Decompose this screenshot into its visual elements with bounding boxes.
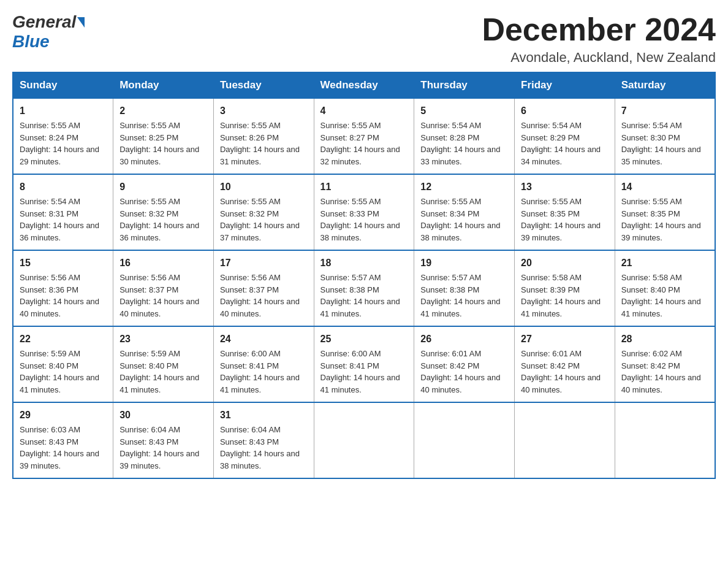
daylight-text: Daylight: 14 hours and 41 minutes. (320, 297, 400, 318)
calendar-week-row: 15Sunrise: 5:56 AMSunset: 8:36 PMDayligh… (13, 250, 715, 326)
sunrise-text: Sunrise: 6:02 AM (621, 349, 682, 358)
sunrise-text: Sunrise: 5:56 AM (20, 273, 80, 282)
sunset-text: Sunset: 8:43 PM (220, 437, 279, 446)
daylight-text: Daylight: 14 hours and 40 minutes. (521, 373, 601, 394)
sunset-text: Sunset: 8:38 PM (320, 285, 379, 294)
daylight-text: Daylight: 14 hours and 30 minutes. (119, 145, 199, 166)
sunrise-text: Sunrise: 5:55 AM (119, 121, 180, 130)
daylight-text: Daylight: 14 hours and 38 minutes. (420, 221, 500, 242)
calendar-cell: 5Sunrise: 5:54 AMSunset: 8:28 PMDaylight… (414, 98, 515, 174)
day-number: 24 (220, 332, 308, 347)
calendar-cell: 4Sunrise: 5:55 AMSunset: 8:27 PMDaylight… (314, 98, 414, 174)
day-number: 27 (521, 332, 609, 347)
daylight-text: Daylight: 14 hours and 39 minutes. (521, 221, 601, 242)
calendar-cell (314, 402, 414, 478)
column-header-friday: Friday (515, 72, 615, 98)
calendar-cell: 15Sunrise: 5:56 AMSunset: 8:36 PMDayligh… (13, 250, 113, 326)
day-number: 1 (20, 104, 107, 118)
daylight-text: Daylight: 14 hours and 38 minutes. (320, 221, 400, 242)
daylight-text: Daylight: 14 hours and 41 minutes. (20, 373, 99, 394)
calendar-cell: 18Sunrise: 5:57 AMSunset: 8:38 PMDayligh… (314, 250, 414, 326)
sunset-text: Sunset: 8:36 PM (20, 285, 78, 294)
day-number: 26 (420, 332, 508, 347)
calendar-cell: 17Sunrise: 5:56 AMSunset: 8:37 PMDayligh… (213, 250, 314, 326)
logo-general: General (12, 12, 76, 32)
sunrise-text: Sunrise: 5:55 AM (621, 197, 682, 206)
calendar-week-row: 1Sunrise: 5:55 AMSunset: 8:24 PMDaylight… (13, 98, 715, 174)
sunrise-text: Sunrise: 5:56 AM (119, 273, 180, 282)
daylight-text: Daylight: 14 hours and 33 minutes. (420, 145, 500, 166)
daylight-text: Daylight: 14 hours and 31 minutes. (220, 145, 300, 166)
day-number: 11 (320, 180, 408, 194)
day-number: 7 (621, 104, 708, 118)
logo: General Blue (12, 12, 85, 52)
column-header-wednesday: Wednesday (314, 72, 414, 98)
daylight-text: Daylight: 14 hours and 41 minutes. (119, 373, 199, 394)
calendar-week-row: 22Sunrise: 5:59 AMSunset: 8:40 PMDayligh… (13, 326, 715, 402)
calendar-cell: 23Sunrise: 5:59 AMSunset: 8:40 PMDayligh… (113, 326, 214, 402)
sunset-text: Sunset: 8:33 PM (320, 209, 379, 218)
daylight-text: Daylight: 14 hours and 40 minutes. (420, 373, 500, 394)
sunrise-text: Sunrise: 5:54 AM (420, 121, 481, 130)
sunrise-text: Sunrise: 5:55 AM (320, 121, 381, 130)
day-number: 19 (420, 256, 508, 270)
sunset-text: Sunset: 8:41 PM (220, 361, 279, 370)
daylight-text: Daylight: 14 hours and 40 minutes. (20, 297, 99, 318)
day-number: 20 (521, 256, 609, 270)
daylight-text: Daylight: 14 hours and 40 minutes. (119, 297, 199, 318)
sunrise-text: Sunrise: 5:54 AM (521, 121, 582, 130)
title-section: December 2024 Avondale, Auckland, New Ze… (482, 12, 716, 66)
calendar-cell: 19Sunrise: 5:57 AMSunset: 8:38 PMDayligh… (414, 250, 515, 326)
sunrise-text: Sunrise: 6:00 AM (320, 349, 381, 358)
sunset-text: Sunset: 8:43 PM (20, 437, 78, 446)
sunset-text: Sunset: 8:25 PM (119, 133, 178, 142)
day-number: 10 (220, 180, 308, 194)
calendar-cell: 11Sunrise: 5:55 AMSunset: 8:33 PMDayligh… (314, 174, 414, 250)
column-header-sunday: Sunday (13, 72, 113, 98)
sunset-text: Sunset: 8:40 PM (20, 361, 78, 370)
calendar-cell: 31Sunrise: 6:04 AMSunset: 8:43 PMDayligh… (213, 402, 314, 478)
daylight-text: Daylight: 14 hours and 38 minutes. (220, 449, 300, 470)
sunset-text: Sunset: 8:42 PM (420, 361, 479, 370)
sunrise-text: Sunrise: 6:04 AM (220, 425, 281, 434)
sunset-text: Sunset: 8:34 PM (420, 209, 479, 218)
sunrise-text: Sunrise: 5:59 AM (20, 349, 80, 358)
sunset-text: Sunset: 8:37 PM (220, 285, 279, 294)
sunset-text: Sunset: 8:40 PM (119, 361, 178, 370)
daylight-text: Daylight: 14 hours and 34 minutes. (521, 145, 601, 166)
sunset-text: Sunset: 8:24 PM (20, 133, 78, 142)
sunset-text: Sunset: 8:39 PM (521, 285, 580, 294)
daylight-text: Daylight: 14 hours and 40 minutes. (621, 373, 701, 394)
day-number: 21 (621, 256, 708, 270)
column-header-tuesday: Tuesday (213, 72, 314, 98)
sunrise-text: Sunrise: 5:55 AM (20, 121, 80, 130)
sunrise-text: Sunrise: 5:54 AM (621, 121, 682, 130)
sunset-text: Sunset: 8:28 PM (420, 133, 479, 142)
day-number: 22 (20, 332, 107, 347)
calendar-cell: 2Sunrise: 5:55 AMSunset: 8:25 PMDaylight… (113, 98, 214, 174)
daylight-text: Daylight: 14 hours and 39 minutes. (119, 449, 199, 470)
sunrise-text: Sunrise: 6:04 AM (119, 425, 180, 434)
sunrise-text: Sunrise: 5:55 AM (420, 197, 481, 206)
daylight-text: Daylight: 14 hours and 36 minutes. (20, 221, 99, 242)
daylight-text: Daylight: 14 hours and 37 minutes. (220, 221, 300, 242)
calendar-cell: 22Sunrise: 5:59 AMSunset: 8:40 PMDayligh… (13, 326, 113, 402)
sunrise-text: Sunrise: 5:55 AM (320, 197, 381, 206)
day-number: 30 (119, 408, 207, 423)
calendar-cell (414, 402, 515, 478)
day-number: 15 (20, 256, 107, 270)
sunrise-text: Sunrise: 5:56 AM (220, 273, 281, 282)
sunrise-text: Sunrise: 5:55 AM (220, 197, 281, 206)
day-number: 3 (220, 104, 308, 118)
logo-blue: Blue (12, 32, 50, 52)
day-number: 31 (220, 408, 308, 423)
calendar-cell: 12Sunrise: 5:55 AMSunset: 8:34 PMDayligh… (414, 174, 515, 250)
calendar-cell: 8Sunrise: 5:54 AMSunset: 8:31 PMDaylight… (13, 174, 113, 250)
daylight-text: Daylight: 14 hours and 32 minutes. (320, 145, 400, 166)
daylight-text: Daylight: 14 hours and 39 minutes. (20, 449, 99, 470)
calendar-cell (515, 402, 615, 478)
page-header: General Blue December 2024 Avondale, Auc… (12, 12, 716, 66)
sunset-text: Sunset: 8:40 PM (621, 285, 680, 294)
sunrise-text: Sunrise: 5:55 AM (521, 197, 582, 206)
calendar-cell: 6Sunrise: 5:54 AMSunset: 8:29 PMDaylight… (515, 98, 615, 174)
